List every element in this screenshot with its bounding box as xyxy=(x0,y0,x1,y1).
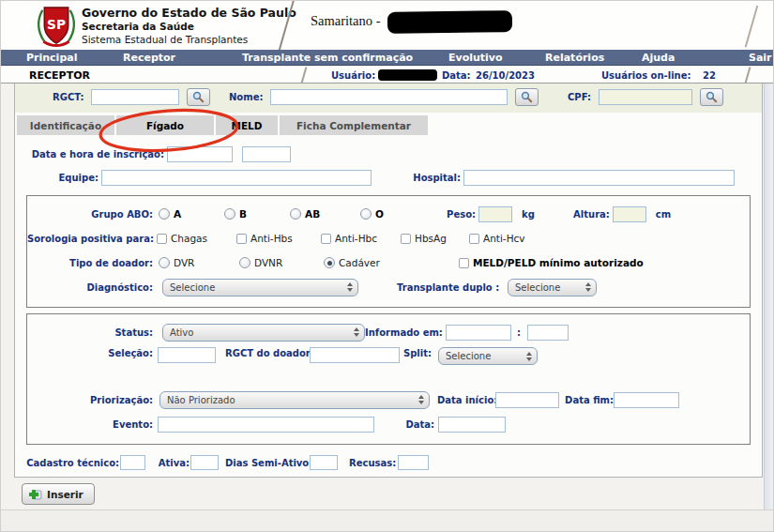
svg-text:SP: SP xyxy=(47,17,66,32)
ativa-input[interactable] xyxy=(190,455,219,470)
inscricao-date-input[interactable] xyxy=(167,146,233,162)
menu-item-relatorios[interactable]: Relatórios xyxy=(545,52,604,64)
peso-input[interactable] xyxy=(478,206,512,222)
equipe-input[interactable] xyxy=(101,170,372,186)
transplante-duplo-select[interactable]: Selecione xyxy=(508,279,597,296)
radio-doador-cadaver[interactable] xyxy=(324,257,335,268)
redacted-text xyxy=(387,10,511,34)
rgct-input[interactable] xyxy=(91,89,179,105)
sorologia-option-label: Anti-Hcv xyxy=(483,233,525,244)
data-inicio-input[interactable] xyxy=(495,392,559,408)
evento-label: Evento: xyxy=(27,419,153,430)
checkbox-hbsag[interactable] xyxy=(401,234,411,244)
inserir-button-label: Inserir xyxy=(47,489,83,500)
counters-row: Cadastro técnico: Ativa: Dias Semi-Ativo… xyxy=(26,452,751,473)
sorologia-option-label: HbsAg xyxy=(415,233,447,244)
nome-search-button[interactable] xyxy=(515,88,539,106)
radio-doador-dvr[interactable] xyxy=(159,257,170,268)
informado-em-time-input[interactable] xyxy=(527,325,569,341)
data-input[interactable] xyxy=(438,417,506,433)
rgct-doador-input[interactable] xyxy=(310,347,400,363)
altura-input[interactable] xyxy=(613,206,646,222)
status-bar: RECEPTOR Usuário: Data: 26/10/2023 Usuár… xyxy=(1,67,774,84)
abo-option-label: B xyxy=(239,208,247,220)
radio-abo-b[interactable] xyxy=(224,208,235,220)
insert-plus-icon xyxy=(28,488,42,500)
scrollbar[interactable] xyxy=(764,84,774,509)
search-icon xyxy=(706,91,718,103)
select-arrows-icon xyxy=(418,395,424,404)
menu-item-principal[interactable]: Principal xyxy=(26,52,77,64)
split-label: Split: xyxy=(403,347,433,359)
checkbox-anti-hbc[interactable] xyxy=(321,234,331,244)
inserir-button[interactable]: Inserir xyxy=(22,483,95,505)
checkbox-chagas[interactable] xyxy=(157,234,167,244)
radio-abo-a[interactable] xyxy=(159,208,170,220)
select-arrows-icon xyxy=(526,352,532,361)
select-arrows-icon xyxy=(585,282,591,292)
menu-item-receptor[interactable]: Receptor xyxy=(123,52,175,64)
checkbox-meld-peld[interactable] xyxy=(459,258,469,268)
equipe-label: Equipe: xyxy=(26,173,99,183)
priorizacao-value: Não Priorizado xyxy=(167,395,235,405)
content-frame: RGCT: Nome: CPF: Identificação Fígado ME… xyxy=(14,84,763,478)
date-value: 26/10/2023 xyxy=(476,70,535,81)
menu-item-evolutivo[interactable]: Evolutivo xyxy=(448,52,503,64)
split-value: Selecione xyxy=(446,351,491,361)
footer-strip xyxy=(1,510,774,532)
data-inicio-label: Data início: xyxy=(437,395,495,405)
nome-input[interactable] xyxy=(270,89,508,105)
hospital-input[interactable] xyxy=(463,170,735,186)
nome-label: Nome: xyxy=(229,92,263,102)
peso-unit: kg xyxy=(522,209,535,220)
sp-coat-of-arms-logo: SP xyxy=(35,4,78,48)
menu-item-transplante-sem-confirmacao[interactable]: Transplante sem confirmação xyxy=(242,52,413,64)
figado-form: Data e hora de inscrição: Equipe: Hospit… xyxy=(15,142,762,473)
grupo-abo-label: Grupo ABO: xyxy=(27,209,153,220)
selecao-input[interactable] xyxy=(158,347,216,363)
data-fim-label: Data fim: xyxy=(565,395,614,405)
priorizacao-select[interactable]: Não Priorizado xyxy=(159,391,430,409)
cpf-search-button[interactable] xyxy=(700,88,723,106)
diagonal-divider xyxy=(301,67,307,84)
diagnostico-select[interactable]: Selecione xyxy=(162,279,358,296)
priorizacao-label: Priorização: xyxy=(27,395,153,405)
tab-identificacao[interactable]: Identificação xyxy=(17,115,114,135)
checkbox-anti-hcv[interactable] xyxy=(469,234,479,244)
doador-option-label: DVR xyxy=(174,257,194,268)
radio-abo-o[interactable] xyxy=(360,208,372,220)
checkbox-anti-hbs[interactable] xyxy=(236,234,247,244)
patient-search-bar: RGCT: Nome: CPF: xyxy=(15,84,762,113)
cpf-input[interactable] xyxy=(599,89,692,105)
inscricao-time-input[interactable] xyxy=(242,146,291,162)
org-title-block: Governo do Estado de São Paulo Secretari… xyxy=(82,7,296,46)
tab-figado[interactable]: Fígado xyxy=(116,115,214,135)
split-select[interactable]: Selecione xyxy=(438,347,538,365)
online-users-label: Usuários on-line: xyxy=(601,70,691,81)
dias-semi-ativo-input[interactable] xyxy=(310,455,338,470)
evento-input[interactable] xyxy=(158,417,374,433)
cadastro-tecnico-input[interactable] xyxy=(120,455,145,470)
abo-option-label: O xyxy=(375,208,384,220)
status-value: Ativo xyxy=(170,327,193,338)
radio-abo-ab[interactable] xyxy=(290,208,301,220)
status-select[interactable]: Ativo xyxy=(162,324,365,342)
rgct-search-button[interactable] xyxy=(187,88,210,106)
date-label: Data: xyxy=(442,70,471,81)
cpf-label: CPF: xyxy=(568,92,591,102)
data-fim-input[interactable] xyxy=(614,392,679,408)
recusas-input[interactable] xyxy=(398,455,429,470)
tab-meld[interactable]: MELD xyxy=(216,115,278,135)
diagonal-divider xyxy=(745,67,751,84)
informado-em-date-input[interactable] xyxy=(446,325,511,341)
rgct-label: RGCT: xyxy=(53,92,84,102)
section-title: RECEPTOR xyxy=(29,69,90,82)
menu-item-ajuda[interactable]: Ajuda xyxy=(642,52,675,64)
secretaria-subtitle: Secretaria da Saúde xyxy=(82,20,296,33)
menu-item-sair[interactable]: Sair xyxy=(749,52,772,64)
tab-ficha-complementar[interactable]: Ficha Complementar xyxy=(280,115,428,135)
meld-peld-label: MELD/PELD mínimo autorizado xyxy=(473,257,644,268)
inscricao-label: Data e hora de inscrição: xyxy=(26,149,164,160)
radio-doador-dvnr[interactable] xyxy=(239,257,250,268)
dias-semi-ativo-label: Dias Semi-Ativo: xyxy=(225,458,308,468)
